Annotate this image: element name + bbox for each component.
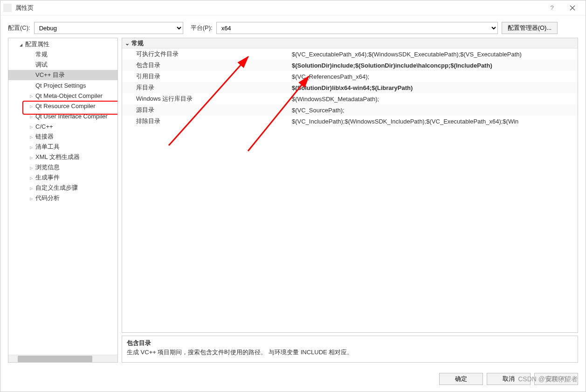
config-tree[interactable]: 配置属性 常规调试VC++ 目录Qt Project SettingsQt Me… xyxy=(8,38,118,363)
close-button[interactable] xyxy=(562,0,583,15)
right-panel: 常规 可执行文件目录$(VC_ExecutablePath_x64);$(Win… xyxy=(122,38,578,363)
description-title: 包含目录 xyxy=(127,339,573,347)
tree-item[interactable]: Qt Resource Compiler xyxy=(8,101,118,111)
tree-item-label: 生成事件 xyxy=(34,173,60,182)
tree-item-label: 常规 xyxy=(34,50,48,59)
tree-item[interactable]: 调试 xyxy=(8,60,118,70)
tree-item[interactable]: 常规 xyxy=(8,49,118,60)
property-name: 包含目录 xyxy=(122,61,290,69)
tree-item[interactable]: C/C++ xyxy=(8,121,118,131)
chevron-right-icon xyxy=(28,186,34,191)
chevron-right-icon xyxy=(28,165,34,170)
tree-item-label: XML 文档生成器 xyxy=(34,153,80,161)
tree-item[interactable]: 生成事件 xyxy=(8,172,118,183)
property-grid[interactable]: 常规 可执行文件目录$(VC_ExecutablePath_x64);$(Win… xyxy=(122,38,578,333)
description-text: 生成 VC++ 项目期间，搜索包含文件时使用的路径。 与环境变量 INCLUDE… xyxy=(127,348,573,357)
footer-buttons: 确定 取消 应用(A) xyxy=(0,366,586,392)
property-value[interactable]: $(VC_IncludePath);$(WindowsSDK_IncludePa… xyxy=(290,118,578,125)
chevron-right-icon xyxy=(28,196,34,201)
help-button[interactable]: ? xyxy=(542,0,562,15)
property-value[interactable]: $(VC_SourcePath); xyxy=(290,107,578,114)
tree-item[interactable]: 浏览信息 xyxy=(8,162,118,172)
tree-item[interactable]: 清单工具 xyxy=(8,142,118,152)
grid-row[interactable]: 库目录$(SolutionDir)lib\x64-win64;$(Library… xyxy=(122,82,578,93)
platform-label: 平台(P): xyxy=(191,24,213,32)
chevron-right-icon xyxy=(28,93,34,98)
ok-button[interactable]: 确定 xyxy=(439,373,483,385)
description-panel: 包含目录 生成 VC++ 项目期间，搜索包含文件时使用的路径。 与环境变量 IN… xyxy=(122,336,578,363)
property-name: 库目录 xyxy=(122,83,290,92)
property-value[interactable]: $(WindowsSDK_MetadataPath); xyxy=(290,96,578,103)
tree-item-label: VC++ 目录 xyxy=(34,71,65,79)
chevron-right-icon xyxy=(28,124,34,129)
chevron-right-icon xyxy=(28,155,34,160)
tree-item[interactable]: 链接器 xyxy=(8,131,118,142)
tree-item[interactable]: Qt Project Settings xyxy=(8,80,118,90)
tree-root[interactable]: 配置属性 xyxy=(8,39,118,49)
tree-item-label: Qt User Interface Compiler xyxy=(34,113,108,120)
tree-item-label: Qt Project Settings xyxy=(34,82,86,89)
chevron-right-icon xyxy=(28,175,34,180)
config-manager-button[interactable]: 配置管理器(O)... xyxy=(502,22,558,34)
tree-item-label: 自定义生成步骤 xyxy=(34,184,78,192)
property-value[interactable]: $(VC_ReferencesPath_x64); xyxy=(290,73,578,80)
tree-item[interactable]: XML 文档生成器 xyxy=(8,152,118,162)
config-label: 配置(C): xyxy=(8,24,30,32)
chevron-down-icon xyxy=(125,40,131,47)
property-name: 排除目录 xyxy=(122,117,290,125)
titlebar: 属性页 ? xyxy=(0,0,586,15)
chevron-right-icon xyxy=(28,114,34,119)
grid-group-header[interactable]: 常规 xyxy=(122,38,578,48)
chevron-right-icon xyxy=(28,134,34,139)
tree-item-label: 链接器 xyxy=(34,132,54,141)
property-value[interactable]: $(SolutionDir)include;$(SolutionDir)incl… xyxy=(290,62,578,69)
top-controls: 配置(C): Debug 平台(P): x64 配置管理器(O)... xyxy=(0,15,586,38)
property-name: 可执行文件目录 xyxy=(122,50,290,58)
body-area: 配置属性 常规调试VC++ 目录Qt Project SettingsQt Me… xyxy=(0,38,586,366)
window-title: 属性页 xyxy=(15,4,34,12)
property-name: Windows 运行库目录 xyxy=(122,95,290,103)
chevron-right-icon xyxy=(28,144,34,150)
tree-item[interactable]: 自定义生成步骤 xyxy=(8,183,118,193)
horizontal-scrollbar[interactable] xyxy=(8,355,117,362)
tree-item-label: C/C++ xyxy=(34,123,53,130)
tree-item-label: 代码分析 xyxy=(34,194,60,202)
property-value[interactable]: $(VC_ExecutablePath_x64);$(WindowsSDK_Ex… xyxy=(290,51,578,58)
tree-item[interactable]: VC++ 目录 xyxy=(8,70,118,80)
property-name: 引用目录 xyxy=(122,72,290,81)
property-value[interactable]: $(SolutionDir)lib\x64-win64;$(LibraryPat… xyxy=(290,84,578,91)
grid-row[interactable]: 可执行文件目录$(VC_ExecutablePath_x64);$(Window… xyxy=(122,48,578,60)
tree-item-label: Qt Meta-Object Compiler xyxy=(34,92,103,99)
grid-row[interactable]: 引用目录$(VC_ReferencesPath_x64); xyxy=(122,71,578,82)
grid-row[interactable]: 排除目录$(VC_IncludePath);$(WindowsSDK_Inclu… xyxy=(122,116,578,127)
grid-row[interactable]: Windows 运行库目录$(WindowsSDK_MetadataPath); xyxy=(122,93,578,104)
tree-item-label: 清单工具 xyxy=(34,143,60,151)
tree-item-label: Qt Resource Compiler xyxy=(34,103,96,110)
platform-select[interactable]: x64 xyxy=(216,22,498,34)
close-icon xyxy=(570,5,575,11)
tree-item[interactable]: Qt User Interface Compiler xyxy=(8,111,118,121)
scrollbar-thumb[interactable] xyxy=(18,356,92,362)
tree-item-label: 调试 xyxy=(34,61,48,69)
grid-row[interactable]: 包含目录$(SolutionDir)include;$(SolutionDir)… xyxy=(122,60,578,71)
tree-item-label: 浏览信息 xyxy=(34,163,60,172)
apply-button[interactable]: 应用(A) xyxy=(534,373,578,385)
cancel-button[interactable]: 取消 xyxy=(487,373,531,385)
chevron-down-icon xyxy=(18,42,24,47)
app-icon xyxy=(3,4,12,12)
tree-item[interactable]: 代码分析 xyxy=(8,193,118,203)
dialog-window: 属性页 ? 配置(C): Debug 平台(P): x64 配置管理器(O)..… xyxy=(0,0,586,392)
property-name: 源目录 xyxy=(122,106,290,114)
tree-item[interactable]: Qt Meta-Object Compiler xyxy=(8,90,118,101)
config-select[interactable]: Debug xyxy=(34,22,183,34)
grid-row[interactable]: 源目录$(VC_SourcePath); xyxy=(122,104,578,116)
chevron-right-icon xyxy=(28,103,34,109)
